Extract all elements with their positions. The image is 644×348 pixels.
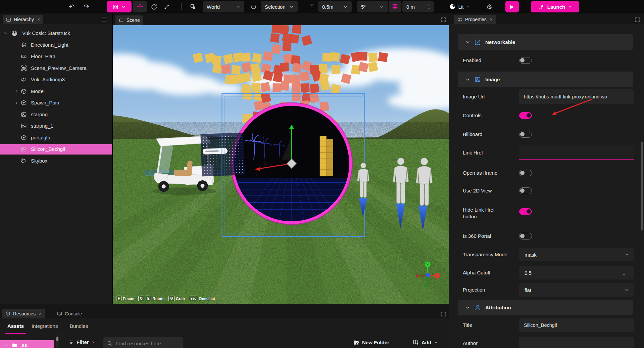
hierarchy-item-vuk-audiomp3[interactable]: Vuk_Audiomp3 xyxy=(0,75,112,85)
section-networkable[interactable]: Networkable xyxy=(458,34,633,50)
subtab-bundles[interactable]: Bundles xyxy=(70,323,88,329)
settings-button[interactable]: ⚙ xyxy=(484,1,495,12)
axis-negative-z[interactable] xyxy=(424,285,427,288)
fullscreen-icon[interactable] xyxy=(635,17,640,22)
undo-button[interactable]: ↶ xyxy=(67,1,77,12)
hierarchy-item-starpng[interactable]: starpng xyxy=(0,110,112,120)
title-input[interactable] xyxy=(519,318,634,332)
hierarchy-item-portalglb[interactable]: portalglb xyxy=(0,133,112,143)
transform-pivot-value: Selection xyxy=(265,4,286,10)
projection-select[interactable]: flat xyxy=(519,283,634,297)
image-url-input[interactable] xyxy=(519,89,634,104)
alpha-cutoff-input[interactable]: 0.5 xyxy=(519,266,634,279)
fullscreen-icon[interactable] xyxy=(441,312,446,316)
hierarchy-item-floor-plan[interactable]: Floor_Plan xyxy=(0,51,112,62)
section-attribution[interactable]: Attribution xyxy=(458,300,633,315)
cube-icon xyxy=(21,88,27,94)
grid-height-stepper[interactable]: 0 m xyxy=(402,1,434,12)
chevron-down-icon[interactable] xyxy=(622,273,626,276)
transform-space-select[interactable]: World xyxy=(203,1,244,12)
grid-2x2-icon xyxy=(113,4,118,10)
chevron-down-icon xyxy=(343,5,348,9)
subtab-assets[interactable]: Assets xyxy=(7,323,24,329)
scrollbar-thumb[interactable] xyxy=(56,337,58,341)
hierarchy-item-directional-light[interactable]: Directional_Light xyxy=(0,40,112,50)
transparency-mode-select[interactable]: mask xyxy=(519,248,634,261)
scene-canvas[interactable]: x Y xyxy=(113,25,449,304)
subtab-integrations[interactable]: Integrations xyxy=(32,323,58,329)
scrollbar-track[interactable] xyxy=(56,335,59,348)
transform-space-button[interactable] xyxy=(187,1,199,12)
open-as-iframe-toggle[interactable] xyxy=(519,170,532,176)
divider xyxy=(524,3,524,10)
tab-resources[interactable]: Resources × xyxy=(2,309,45,318)
axis-x[interactable] xyxy=(435,273,440,278)
add-resource-button[interactable]: Add xyxy=(413,339,438,345)
chevron-down-icon[interactable] xyxy=(3,31,8,36)
hide-link-href-toggle[interactable] xyxy=(519,208,532,215)
transparency-mode-label: Transparency Mode xyxy=(463,251,514,258)
resources-tabstrip: Resources × Console xyxy=(0,304,449,318)
grid-icon xyxy=(392,4,398,10)
hierarchy-item-spawn-poin[interactable]: Spawn_Poin xyxy=(0,98,112,108)
hierarchy-tree: Vuk Cosic: StarstruckDirectional_LightFl… xyxy=(0,13,112,304)
add-object-button[interactable] xyxy=(107,1,132,12)
hierarchy-item-vuk-cosic-starstruck[interactable]: Vuk Cosic: Starstruck xyxy=(0,28,112,39)
divider xyxy=(499,3,499,10)
billboard-toggle[interactable] xyxy=(519,131,532,138)
close-icon[interactable]: × xyxy=(490,17,493,22)
translate-tool-button[interactable] xyxy=(133,1,147,12)
tab-scene[interactable]: Scene xyxy=(115,15,143,25)
is-360-portal-toggle[interactable] xyxy=(519,233,532,240)
scale-tool-button[interactable] xyxy=(161,1,172,12)
dotted-screen-panel[interactable] xyxy=(200,133,245,176)
section-image[interactable]: Image xyxy=(458,72,633,87)
search-input[interactable] xyxy=(115,340,177,347)
chevron-right-icon[interactable] xyxy=(14,100,19,105)
axis-center[interactable] xyxy=(426,273,430,277)
folder-item-all[interactable]: All xyxy=(0,340,54,348)
image-url-label: Image Url xyxy=(463,93,514,100)
play-button[interactable]: ▶ xyxy=(505,1,519,12)
new-folder-icon xyxy=(353,339,359,346)
keyboard-hint: FFocus xyxy=(116,296,134,301)
chevron-up-icon[interactable] xyxy=(427,3,431,6)
author-label: Author xyxy=(463,340,514,347)
grid-visibility-button[interactable] xyxy=(389,1,401,12)
controls-toggle[interactable] xyxy=(519,112,532,119)
rotate-tool-button[interactable] xyxy=(148,1,160,12)
use-2d-view-toggle[interactable] xyxy=(519,187,532,194)
tab-label: Console xyxy=(65,311,82,316)
render-mode-select[interactable]: Lit xyxy=(445,1,474,12)
scrollbar-thumb[interactable] xyxy=(641,142,643,230)
stepper-arrows[interactable] xyxy=(427,3,431,10)
translation-snap-select[interactable]: 0.5m xyxy=(318,1,352,12)
tab-console[interactable]: Console xyxy=(54,309,85,318)
image-icon xyxy=(21,146,27,152)
fullscreen-icon[interactable] xyxy=(441,17,446,22)
rotation-snap-select[interactable]: 5° xyxy=(357,1,388,12)
hierarchy-item-scene-preview-camera[interactable]: Scene_Preview_Camera xyxy=(0,63,112,74)
scale-tool-icon xyxy=(164,4,170,10)
filter-button[interactable]: Filter xyxy=(68,339,96,345)
tab-properties[interactable]: Properties × xyxy=(454,15,496,24)
launch-button[interactable]: Launch xyxy=(531,1,579,12)
networkable-icon xyxy=(475,39,481,45)
new-folder-button[interactable]: New Folder xyxy=(353,339,389,346)
chevron-right-icon[interactable] xyxy=(14,89,19,94)
hierarchy-item-model[interactable]: Model xyxy=(0,86,112,97)
transform-pivot-select[interactable]: Selection xyxy=(261,1,298,12)
close-icon[interactable]: × xyxy=(39,311,42,316)
chevron-down-icon[interactable] xyxy=(427,7,431,10)
hierarchy-item-silicon-bechgif[interactable]: Silicon_Bechgif xyxy=(0,144,112,155)
transform-pivot-button[interactable] xyxy=(248,1,258,12)
snap-mode-button[interactable] xyxy=(307,1,317,12)
title-label: Title xyxy=(463,322,514,329)
hierarchy-item-starpng-1[interactable]: starpng_1 xyxy=(0,121,112,131)
resource-search[interactable] xyxy=(103,337,183,348)
hierarchy-item-skybox[interactable]: Skybox xyxy=(0,156,112,166)
link-href-input[interactable] xyxy=(519,145,634,160)
author-input[interactable] xyxy=(519,337,634,348)
enabled-toggle[interactable] xyxy=(519,57,532,64)
redo-button[interactable]: ↷ xyxy=(82,1,91,12)
